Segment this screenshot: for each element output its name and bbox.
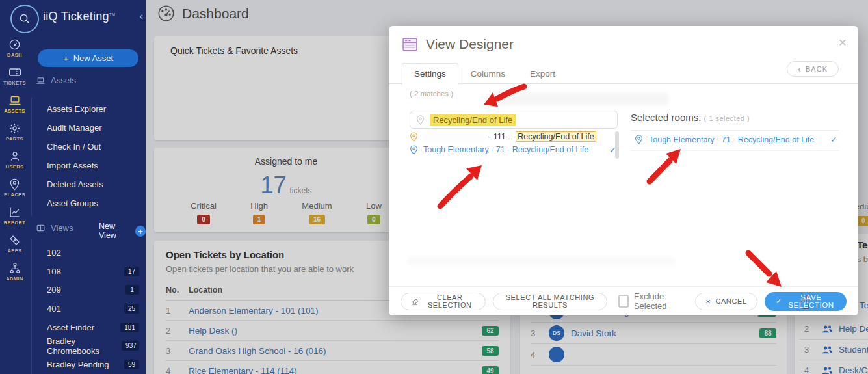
sidebar-view-item[interactable]: Bradley Chromebooks 937 <box>47 336 139 355</box>
sidebar-menu-item[interactable]: Audit Manager <box>47 118 144 137</box>
nav-parts[interactable]: PARTS <box>0 118 29 146</box>
back-button[interactable]: ‹ BACK <box>787 61 839 77</box>
plus-icon: + <box>135 226 146 237</box>
gauge-icon <box>8 38 21 51</box>
laptop-icon <box>8 94 21 107</box>
map-pin-icon <box>9 178 20 191</box>
chart-icon <box>8 206 21 219</box>
check-icon: ✓ <box>776 297 782 306</box>
room-search-input[interactable]: Recycling/End of Life <box>410 111 618 129</box>
modal-tabs: Settings Columns Export <box>402 63 568 84</box>
selected-room-row[interactable]: Tough Elementary - 71 - Recycling/End of… <box>635 135 837 144</box>
selected-rooms-label: Selected rooms: <box>631 112 701 123</box>
sidebar-view-item[interactable]: Asset Finder 181 <box>47 318 139 337</box>
sidebar-menu-item[interactable]: Check In / Out <box>47 137 144 156</box>
nav-users[interactable]: USERS <box>0 146 29 174</box>
sidebar-view-item[interactable]: 209 1 <box>47 280 139 299</box>
cancel-button[interactable]: × CANCEL <box>695 293 757 310</box>
tab-settings[interactable]: Settings <box>402 63 458 85</box>
tab-export[interactable]: Export <box>518 63 568 84</box>
org-chart-icon <box>8 261 21 274</box>
sidebar: iiQ TicketingTM ‹ DASH TICKETS ASSETS PA… <box>0 0 146 374</box>
new-view-button[interactable]: New View + <box>99 222 146 240</box>
sidebar-view-item[interactable]: 102 <box>47 243 139 262</box>
sidebar-menu-item[interactable]: Assets Explorer <box>47 100 144 118</box>
sidebar-menu-item[interactable]: Asset Groups <box>47 194 144 213</box>
new-asset-button[interactable]: + New Asset <box>38 49 138 67</box>
person-icon <box>9 150 21 163</box>
modal-footer: CLEAR SELECTION SELECT ALL MATCHING RESU… <box>389 286 858 315</box>
search-results-list: - 111 - Recycling/End of Life Tough Elem… <box>410 130 619 156</box>
clear-selection-button[interactable]: CLEAR SELECTION <box>401 293 486 310</box>
map-pin-icon <box>410 132 418 142</box>
modal-title: View Designer <box>426 36 514 52</box>
exclude-selected-checkbox[interactable] <box>618 295 629 308</box>
app-title: iiQ TicketingTM <box>43 10 115 23</box>
ticket-icon <box>8 66 21 79</box>
search-value-highlighted: Recycling/End of Life <box>430 114 516 126</box>
exclude-selected-label: Exclude Selected <box>634 291 681 311</box>
gear-icon <box>8 122 21 135</box>
matches-count: ( 2 matches ) <box>410 90 453 98</box>
app-logo[interactable] <box>10 5 39 33</box>
results-scrollbar[interactable] <box>615 131 619 159</box>
nav-rail: DASH TICKETS ASSETS PARTS USERS PLACES <box>0 34 29 286</box>
x-icon: × <box>705 297 711 306</box>
view-count-badge: 25 <box>124 304 139 314</box>
sidebar-menu-item[interactable]: Import Assets <box>47 156 144 175</box>
result-row-redacted[interactable]: - 111 - Recycling/End of Life <box>410 130 619 143</box>
close-icon[interactable]: × <box>839 34 847 50</box>
select-all-matching-button[interactable]: SELECT ALL MATCHING RESULTS <box>493 293 608 310</box>
eraser-icon <box>411 297 420 306</box>
apps-diamond-icon <box>8 234 21 247</box>
redacted-area <box>493 92 668 105</box>
map-pin-icon <box>416 115 425 125</box>
sidebar-view-item[interactable]: 108 17 <box>47 262 139 281</box>
view-designer-modal: View Designer × Settings Columns Export … <box>389 26 858 315</box>
views-list: 102 108 17 209 1 401 25 <box>47 243 139 374</box>
sidebar-view-item[interactable]: 401 25 <box>47 299 139 318</box>
plus-icon: + <box>63 53 69 64</box>
nav-admin[interactable]: ADMIN <box>0 258 29 286</box>
sidebar-menu-item[interactable]: Deleted Assets <box>47 175 144 194</box>
nav-places[interactable]: PLACES <box>0 174 29 202</box>
exclude-selected-control[interactable]: Exclude Selected <box>618 291 681 311</box>
nav-apps[interactable]: APPS <box>0 230 29 258</box>
selected-count: ( 1 selected ) <box>704 114 750 122</box>
view-count-badge: 181 <box>120 323 139 332</box>
sidebar-view-item[interactable]: Bradley Pending 59 <box>47 355 139 374</box>
view-count-badge: 17 <box>124 267 139 276</box>
nav-tickets[interactable]: TICKETS <box>0 62 29 90</box>
chevron-left-icon: ‹ <box>798 64 802 74</box>
assets-section-header[interactable]: Assets <box>36 75 76 85</box>
assets-submenu: Assets ExplorerAudit ManagerCheck In / O… <box>47 100 144 213</box>
view-count-badge: 1 <box>125 285 139 295</box>
nav-assets[interactable]: ASSETS <box>0 90 29 118</box>
redacted-footnote <box>408 258 675 265</box>
app-root: Dashboard Quick Tickets & Favorite Asset… <box>0 0 868 374</box>
tab-columns[interactable]: Columns <box>458 63 518 84</box>
sidebar-collapse-icon[interactable]: ‹ <box>140 10 143 22</box>
check-icon: ✓ <box>830 135 837 144</box>
save-selection-button[interactable]: ✓ SAVE SELECTION <box>765 292 847 311</box>
view-count-badge: 937 <box>122 341 139 351</box>
map-pin-icon <box>635 135 643 144</box>
match-highlight: Recycling/End of Life <box>516 131 596 142</box>
laptop-icon <box>36 77 46 85</box>
result-row-selected[interactable]: Tough Elementary - 71 - Recycling/End of… <box>410 143 619 156</box>
map-pin-icon <box>410 145 418 155</box>
views-icon <box>36 224 46 232</box>
nav-dash[interactable]: DASH <box>0 34 29 62</box>
view-count-badge: 59 <box>124 360 139 369</box>
redacted-room-name <box>423 133 483 141</box>
nav-report[interactable]: REPORT <box>0 202 29 230</box>
view-designer-icon <box>402 37 418 52</box>
